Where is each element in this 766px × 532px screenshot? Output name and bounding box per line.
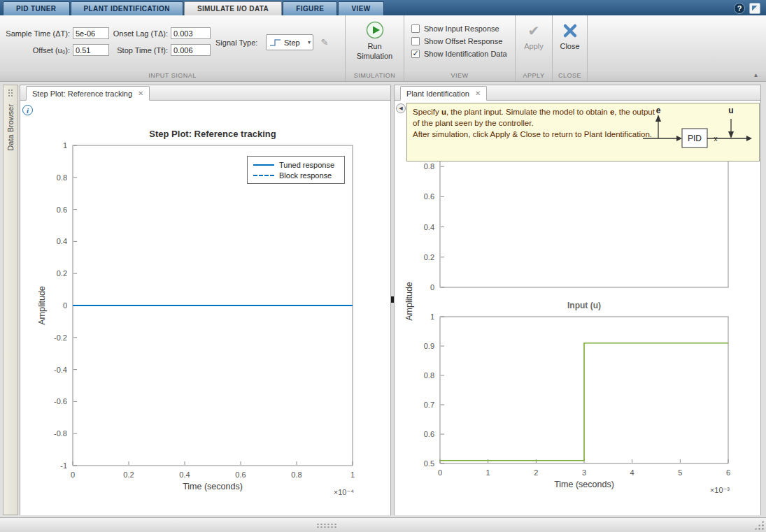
- plant-identification-tab-label: Plant Identification: [406, 89, 469, 98]
- svg-text:0.4: 0.4: [424, 223, 434, 231]
- apply-button[interactable]: ✔ Apply: [516, 22, 552, 50]
- svg-text:0.6: 0.6: [235, 470, 246, 479]
- identification-content: ◀ 00.20.40.60.81Amplitude0.50.60.70.80.9…: [395, 101, 760, 515]
- checkbox-label: Show Offset Response: [424, 37, 502, 45]
- tab-simulate-io-data[interactable]: SIMULATE I/O DATA: [184, 1, 282, 15]
- close-tab-icon[interactable]: ✕: [138, 89, 143, 97]
- status-bar: [0, 517, 766, 532]
- svg-text:-0.6: -0.6: [54, 397, 67, 405]
- checkbox-label: Show Identification Data: [424, 50, 507, 58]
- pid-block-label: PID: [688, 134, 702, 143]
- offset-input[interactable]: [73, 44, 109, 56]
- plant-identification-panel: Plant Identification ✕ ◀ 00.20.40.60.81A…: [394, 85, 761, 515]
- onset-lag-input[interactable]: [171, 27, 211, 39]
- section-label-apply: APPLY: [516, 70, 552, 81]
- svg-text:-1: -1: [60, 461, 67, 470]
- svg-text:0.2: 0.2: [123, 470, 134, 479]
- section-label-input-signal: INPUT SIGNAL: [0, 70, 345, 81]
- sample-time-input[interactable]: [73, 27, 109, 39]
- show-input-response-checkbox[interactable]: ✓ Show Input Response: [411, 24, 499, 34]
- identification-charts: 00.20.40.60.81Amplitude0.50.60.70.80.910…: [395, 101, 760, 515]
- drag-handle-icon: [8, 89, 13, 97]
- signal-type-dropdown[interactable]: Step ▾: [266, 34, 313, 50]
- data-browser-strip[interactable]: Data Browser: [3, 85, 18, 515]
- step-plot-panel: Step Plot: Reference tracking ✕ i -1-0.8…: [20, 85, 391, 515]
- tab-view[interactable]: VIEW: [338, 1, 383, 15]
- svg-text:0: 0: [71, 470, 75, 479]
- step-plot-tab-label: Step Plot: Reference tracking: [32, 89, 132, 98]
- tab-pid-tuner[interactable]: PID TUNER: [3, 1, 70, 15]
- collapse-ribbon-icon[interactable]: ▲: [753, 70, 759, 81]
- svg-text:0.2: 0.2: [57, 269, 67, 278]
- legend-label: Tuned response: [279, 161, 334, 169]
- svg-text:×10⁻³: ×10⁻³: [710, 486, 730, 494]
- show-offset-response-checkbox[interactable]: ✓ Show Offset Response: [411, 36, 502, 46]
- stop-time-input[interactable]: [171, 44, 211, 56]
- svg-text:0: 0: [63, 301, 67, 310]
- checkbox-icon: ✓: [411, 37, 420, 45]
- svg-text:0.9: 0.9: [424, 342, 434, 350]
- window-icons: ?: [734, 3, 766, 15]
- collapse-left-icon[interactable]: ◀: [396, 103, 406, 113]
- tab-figure[interactable]: FIGURE: [283, 1, 337, 15]
- close-tab-icon[interactable]: ✕: [475, 89, 481, 97]
- section-label-view: VIEW: [404, 70, 515, 81]
- svg-text:0.8: 0.8: [424, 162, 434, 171]
- plot-legend: Tuned response Block response: [247, 156, 345, 184]
- plant-identification-tab[interactable]: Plant Identification ✕: [400, 86, 487, 101]
- apply-check-icon: ✔: [516, 22, 552, 39]
- svg-text:0.8: 0.8: [424, 371, 434, 380]
- ribbon: Sample Time (ΔT): Offset (u₀): Onset Lag…: [0, 15, 766, 82]
- sample-time-label: Sample Time (ΔT):: [1, 29, 70, 38]
- signal-type-value: Step: [284, 38, 300, 47]
- svg-text:5: 5: [678, 468, 682, 477]
- svg-text:1: 1: [430, 312, 434, 321]
- info-icon[interactable]: i: [22, 105, 33, 115]
- doc-icon[interactable]: [749, 3, 760, 14]
- input-signal-group: Sample Time (ΔT): Offset (u₀): Onset Lag…: [0, 15, 346, 81]
- svg-text:6: 6: [726, 468, 730, 477]
- svg-text:0.6: 0.6: [424, 430, 434, 438]
- svg-text:0.6: 0.6: [57, 206, 67, 214]
- chevron-down-icon: ▾: [308, 39, 311, 45]
- svg-text:0: 0: [430, 283, 434, 292]
- section-label-simulation: SIMULATION: [346, 70, 404, 81]
- resize-grip-icon[interactable]: [754, 520, 764, 530]
- svg-text:3: 3: [582, 468, 586, 477]
- pid-tuner-window: PID TUNER PLANT IDENTIFICATION SIMULATE …: [0, 0, 766, 532]
- svg-text:1: 1: [486, 468, 490, 477]
- close-button[interactable]: Close: [553, 22, 587, 50]
- offset-label: Offset (u₀):: [1, 46, 70, 55]
- left-doc-tabbar: Step Plot: Reference tracking ✕: [20, 85, 390, 101]
- legend-label: Block response: [279, 171, 332, 180]
- svg-text:0.8: 0.8: [291, 470, 302, 479]
- svg-text:4: 4: [630, 468, 634, 477]
- svg-text:Amplitude: Amplitude: [37, 286, 47, 325]
- drag-handle-icon[interactable]: [316, 523, 337, 528]
- view-group: ✓ Show Input Response ✓ Show Offset Resp…: [404, 15, 516, 81]
- help-icon[interactable]: ?: [734, 3, 745, 14]
- close-group: Close CLOSE: [553, 15, 588, 81]
- tab-plant-identification[interactable]: PLANT IDENTIFICATION: [71, 1, 183, 15]
- svg-text:Step Plot: Reference tracking: Step Plot: Reference tracking: [149, 129, 276, 139]
- apply-group: ✔ Apply APPLY: [516, 15, 553, 81]
- show-identification-data-checkbox[interactable]: ✓ Show Identification Data: [411, 49, 507, 59]
- e-label: e: [656, 106, 661, 115]
- simulation-group: Run Simulation SIMULATION: [346, 15, 404, 81]
- section-label-close: CLOSE: [553, 70, 587, 81]
- run-simulation-button[interactable]: Run Simulation: [346, 21, 404, 60]
- svg-text:0.8: 0.8: [57, 173, 67, 182]
- svg-text:2: 2: [534, 468, 538, 477]
- run-label-line1: Run: [346, 42, 404, 50]
- onset-lag-label: Onset Lag (TΔ):: [111, 29, 168, 38]
- svg-text:-0.2: -0.2: [54, 333, 67, 342]
- step-plot-tab[interactable]: Step Plot: Reference tracking ✕: [26, 86, 150, 101]
- stop-time-label: Stop Time (Tf):: [111, 46, 168, 55]
- block-response-line-sample: [253, 175, 274, 176]
- play-icon: [366, 21, 384, 39]
- edit-signal-icon[interactable]: ✎: [318, 36, 331, 49]
- step-plot-content: i -1-0.8-0.6-0.4-0.200.20.40.60.8100.20.…: [20, 101, 390, 515]
- svg-text:0.4: 0.4: [57, 237, 67, 245]
- svg-text:-0.4: -0.4: [54, 366, 67, 374]
- svg-text:×10⁻⁴: ×10⁻⁴: [334, 488, 354, 496]
